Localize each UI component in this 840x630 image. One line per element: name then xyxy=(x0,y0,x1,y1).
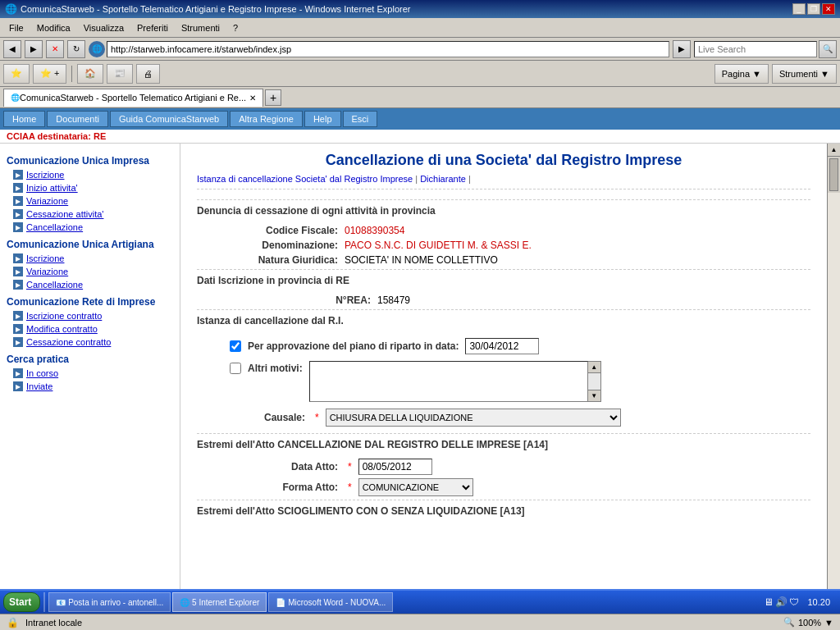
nrea-value: 158479 xyxy=(377,294,410,306)
forma-atto-row: Forma Atto: * COMUNICAZIONE xyxy=(197,478,810,496)
search-button[interactable]: 🔍 xyxy=(819,40,837,58)
nav-tab-guida[interactable]: Guida ComunicaStarweb xyxy=(110,111,228,127)
causale-select[interactable]: CHIUSURA DELLA LIQUIDAZIONE xyxy=(326,409,621,427)
taskbar-app-1[interactable]: 🌐 5 Internet Explorer xyxy=(172,592,267,612)
forward-button[interactable]: ▶ xyxy=(25,40,43,58)
nrea-label: N°REA: xyxy=(262,294,377,306)
checkbox2-input[interactable] xyxy=(230,363,241,374)
breadcrumb-separator2: | xyxy=(468,174,471,184)
forma-atto-required: * xyxy=(348,482,352,493)
nav-tab-altra-regione[interactable]: Altra Regione xyxy=(230,111,303,127)
status-zoom: 100% xyxy=(798,618,821,628)
tray-icon-security: 🛡 xyxy=(789,596,799,608)
sidebar-item-cessazione-attivita[interactable]: ▶ Cessazione attivita' xyxy=(0,208,180,221)
tab-icon: 🌐 xyxy=(11,94,20,102)
help-menu[interactable]: ? xyxy=(227,21,244,35)
taskbar-app-0[interactable]: 📧 Posta in arrivo - antonell... xyxy=(48,592,171,612)
forma-atto-select[interactable]: COMUNICAZIONE xyxy=(358,478,473,496)
sidebar-section-comunicazione-rete-imprese: Comunicazione Rete di Imprese xyxy=(0,291,180,309)
denominazione-label: Denominazione: xyxy=(230,240,345,251)
breadcrumb-link2[interactable]: Dichiarante xyxy=(420,174,466,184)
denominazione-row: Denominazione: PACO S.N.C. DI GUIDETTI M… xyxy=(197,240,810,251)
address-icon: 🌐 xyxy=(89,41,105,57)
pagina-button[interactable]: Pagina ▼ xyxy=(714,64,769,84)
sidebar-item-inizio-attivita[interactable]: ▶ Inizio attivita' xyxy=(0,181,180,194)
checkbox2-label: Altri motivi: xyxy=(248,363,303,374)
sidebar-item-iscrizione1[interactable]: ▶ Iscrizione xyxy=(0,168,180,181)
scrollbar-up[interactable]: ▲ xyxy=(828,144,840,157)
sidebar-item-iscrizione2[interactable]: ▶ Iscrizione xyxy=(0,252,180,265)
feeds-button[interactable]: 📰 xyxy=(107,64,133,84)
sidebar-item-cancellazione1[interactable]: ▶ Cancellazione xyxy=(0,221,180,234)
search-input[interactable] xyxy=(694,41,817,57)
altri-motivi-textarea[interactable] xyxy=(309,361,588,402)
date-input-riparto[interactable] xyxy=(465,338,539,354)
nav-tab-documenti[interactable]: Documenti xyxy=(47,111,108,127)
refresh-button[interactable]: ↻ xyxy=(67,40,85,58)
nav-tab-home[interactable]: Home xyxy=(3,111,45,127)
forma-atto-label: Forma Atto: xyxy=(230,482,345,493)
visualizza-menu[interactable]: Visualizza xyxy=(78,21,130,35)
sidebar-item-variazione1[interactable]: ▶ Variazione xyxy=(0,194,180,208)
cciaa-value: RE xyxy=(94,131,106,141)
checkbox2-row: Altri motivi: ▲ ▼ xyxy=(197,361,810,402)
strumenti-menu[interactable]: Strumenti xyxy=(176,21,226,35)
sidebar-item-in-corso[interactable]: ▶ In corso xyxy=(0,367,180,380)
sidebar-arrow-icon: ▶ xyxy=(13,222,23,232)
natura-giuridica-row: Natura Giuridica: SOCIETA' IN NOME COLLE… xyxy=(197,254,810,266)
sidebar-item-cessazione-contratto[interactable]: ▶ Cessazione contratto xyxy=(0,336,180,349)
vertical-scrollbar[interactable]: ▲ ▼ xyxy=(827,144,840,609)
sidebar-section-cerca-pratica: Cerca pratica xyxy=(0,349,180,367)
title-bar: 🌐 ComunicaStarweb - Sportello Telematico… xyxy=(0,0,840,18)
toolbar: ⭐ ⭐ + 🏠 📰 🖨 Pagina ▼ Strumenti ▼ xyxy=(0,61,840,87)
status-zone-icon: 🔒 xyxy=(7,617,19,628)
nav-tab-help[interactable]: Help xyxy=(304,111,341,127)
section1-title: Denuncia di cessazione di ogni attività … xyxy=(197,199,810,221)
print-button[interactable]: 🖨 xyxy=(136,64,160,84)
sidebar-item-inviate[interactable]: ▶ Inviate xyxy=(0,380,180,393)
stop-button[interactable]: ✕ xyxy=(46,40,64,58)
sidebar-arrow-icon: ▶ xyxy=(13,368,23,378)
sidebar: Comunicazione Unica Impresa ▶ Iscrizione… xyxy=(0,144,180,609)
section4-title: Estremi dell'Atto CANCELLAZIONE DAL REGI… xyxy=(197,433,810,455)
sidebar-item-variazione2[interactable]: ▶ Variazione xyxy=(0,265,180,278)
restore-button[interactable]: ❐ xyxy=(807,3,820,15)
go-button[interactable]: ▶ xyxy=(673,40,691,58)
sidebar-item-modifica-contratto[interactable]: ▶ Modifica contratto xyxy=(0,322,180,336)
close-button[interactable]: ✕ xyxy=(822,3,835,15)
page-title: Cancellazione di una Societa' dal Regist… xyxy=(197,152,810,169)
textarea-scrollup[interactable]: ▲ xyxy=(588,362,600,373)
add-favorites-button[interactable]: ⭐ + xyxy=(33,64,66,84)
tab-label: ComunicaStarweb - Sportello Telematico A… xyxy=(20,93,246,103)
scrollbar-thumb[interactable] xyxy=(829,158,838,191)
home-toolbar-button[interactable]: 🏠 xyxy=(77,64,103,84)
sidebar-item-cancellazione2[interactable]: ▶ Cancellazione xyxy=(0,278,180,291)
file-menu[interactable]: File xyxy=(3,21,30,35)
clock: 10.20 xyxy=(801,597,837,607)
tray-icon-sound: 🔊 xyxy=(775,596,788,608)
sidebar-arrow-icon: ▶ xyxy=(13,196,23,206)
sidebar-item-iscrizione-contratto[interactable]: ▶ Iscrizione contratto xyxy=(0,309,180,322)
address-input[interactable] xyxy=(107,41,669,57)
sidebar-arrow-icon: ▶ xyxy=(13,170,23,180)
browser-tab-active[interactable]: 🌐 ComunicaStarweb - Sportello Telematico… xyxy=(3,89,263,107)
breadcrumb-link1[interactable]: Istanza di cancellazione Societa' dal Re… xyxy=(197,174,413,184)
strumenti-toolbar-button[interactable]: Strumenti ▼ xyxy=(772,64,837,84)
sidebar-arrow-icon: ▶ xyxy=(13,324,23,334)
natura-giuridica-value: SOCIETA' IN NOME COLLETTIVO xyxy=(345,254,498,266)
modifica-menu[interactable]: Modifica xyxy=(31,21,76,35)
data-atto-input[interactable] xyxy=(358,459,432,475)
new-tab-button[interactable]: + xyxy=(265,89,281,106)
start-button[interactable]: Start xyxy=(3,592,40,612)
taskbar-app-2[interactable]: 📄 Microsoft Word - NUOVA... xyxy=(268,592,393,612)
nav-tab-esci[interactable]: Esci xyxy=(343,111,378,127)
textarea-scrolldown[interactable]: ▼ xyxy=(588,390,600,401)
preferiti-menu[interactable]: Preferiti xyxy=(131,21,174,35)
checkbox1-input[interactable] xyxy=(230,340,241,352)
tab-close[interactable]: ✕ xyxy=(249,94,256,103)
taskbar: Start 📧 Posta in arrivo - antonell... 🌐 … xyxy=(0,589,840,614)
sidebar-arrow-icon: ▶ xyxy=(13,337,23,347)
favorites-star-button[interactable]: ⭐ xyxy=(3,64,30,84)
back-button[interactable]: ◀ xyxy=(3,40,21,58)
minimize-button[interactable]: _ xyxy=(792,3,806,15)
